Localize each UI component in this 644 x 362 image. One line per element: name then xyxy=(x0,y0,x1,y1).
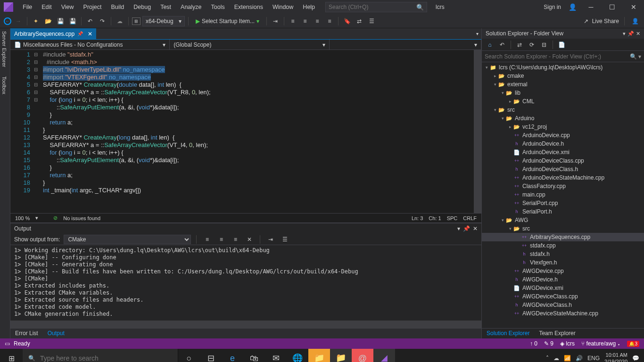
menu-test[interactable]: Test xyxy=(156,2,176,12)
output-dropdown-icon[interactable]: ▾ xyxy=(457,225,460,232)
platform-icon[interactable]: ⊞ xyxy=(132,17,140,25)
tray-cloud-icon[interactable]: ☁ xyxy=(553,355,559,362)
output-next-icon[interactable]: ≡ xyxy=(230,234,240,245)
toggle-button[interactable]: ⇄ xyxy=(354,16,364,26)
user-icon[interactable]: 👤 xyxy=(569,3,577,11)
output-goto-icon[interactable]: ≡ xyxy=(202,234,212,245)
sol-home-icon[interactable]: ⌂ xyxy=(485,40,495,50)
redo-button[interactable]: ↷ xyxy=(97,16,107,26)
menu-extensions[interactable]: Extensions xyxy=(230,2,268,12)
step-button[interactable]: ⇥ xyxy=(270,16,281,26)
tray-clock[interactable]: 10:01 AM2/19/2020 xyxy=(604,352,627,362)
tree-item[interactable]: ++ArduinoDeviceStateMachine.cpp xyxy=(482,173,644,182)
tree-item[interactable]: ▾📂src xyxy=(482,106,644,114)
output-prev-icon[interactable]: ≡ xyxy=(216,234,226,245)
save-button[interactable]: 💾 xyxy=(55,16,66,26)
store-icon[interactable]: 🛍 xyxy=(243,349,265,362)
config-dropdown[interactable]: x64-Debug▾ xyxy=(142,16,185,26)
feedback-icon[interactable]: 👤 xyxy=(630,16,640,26)
tree-item[interactable]: hstdafx.h xyxy=(482,250,644,258)
tray-volume-icon[interactable]: 🔊 xyxy=(576,355,583,362)
uncomment-button[interactable]: ≡ xyxy=(324,16,335,26)
tree-item[interactable]: hSerialPort.h xyxy=(482,207,644,216)
fold-gutter[interactable]: ⊟ ⊟ ⊟ ⊟ ⊟ ⊟ ⊟ xyxy=(34,50,41,213)
menu-window[interactable]: Window xyxy=(268,2,298,12)
signin-link[interactable]: Sign in xyxy=(540,2,565,12)
close-tab-icon[interactable]: ✕ xyxy=(88,31,92,37)
open-button[interactable]: 📂 xyxy=(43,16,53,26)
indent-out-button[interactable]: ≡ xyxy=(288,16,298,26)
mail-icon[interactable]: ✉ xyxy=(265,349,287,362)
sol-back-icon[interactable]: ↶ xyxy=(497,40,507,50)
tree-item[interactable]: 📄AWGDevice.xmi xyxy=(482,284,644,292)
sol-switch-icon[interactable]: ⇄ xyxy=(514,40,525,50)
start-button[interactable]: ⊞ xyxy=(0,349,23,362)
output-list-icon[interactable]: ☰ xyxy=(280,234,290,245)
sol-dropdown-icon[interactable]: ▾ xyxy=(623,31,626,37)
line-ending[interactable]: CRLF xyxy=(463,215,477,221)
solution-explorer-tab[interactable]: Solution Explorer xyxy=(482,329,534,338)
nav-fwd-button[interactable]: → xyxy=(13,16,24,26)
undo-button[interactable]: ↶ xyxy=(85,16,95,26)
tree-item[interactable]: ++ArbitrarySequences.cpp xyxy=(482,233,644,241)
close-button[interactable]: ✕ xyxy=(623,0,644,14)
tree-item[interactable]: hArduinoDeviceClass.h xyxy=(482,165,644,173)
tree-item[interactable]: ++ArduinoDeviceClass.cpp xyxy=(482,156,644,165)
tree-item[interactable]: ▾📂Arduino xyxy=(482,114,644,123)
sb-repo[interactable]: ◈ lcrs xyxy=(560,340,575,347)
chrome-icon[interactable]: 🌐 xyxy=(287,349,308,362)
indent-mode[interactable]: SPC xyxy=(447,215,458,221)
new-item-button[interactable]: ✦ xyxy=(31,16,41,26)
context-member[interactable]: ▾ xyxy=(330,40,481,49)
tree-item[interactable]: ++AWGDeviceStateMachine.cpp xyxy=(482,309,644,318)
save-all-button[interactable]: 💾 xyxy=(67,16,78,26)
cortana-icon[interactable]: ○ xyxy=(178,349,200,362)
edge-icon[interactable]: e xyxy=(222,349,243,362)
minimize-button[interactable]: ─ xyxy=(580,0,602,14)
sb-branch[interactable]: ⑂ feature/awg ▾ xyxy=(581,340,620,347)
quick-search[interactable]: 🔍 xyxy=(325,2,427,12)
file-tab-active[interactable]: ArbitrarySequences.cpp 📌 ✕ xyxy=(10,28,96,39)
comment-button[interactable]: ≡ xyxy=(312,16,322,26)
liveshare-icon[interactable]: ↗ xyxy=(584,18,588,25)
liveshare-button[interactable]: Live Share xyxy=(592,18,619,25)
list-button[interactable]: ☰ xyxy=(366,16,377,26)
tree-item[interactable]: ++ClassFactory.cpp xyxy=(482,182,644,190)
tree-item[interactable]: hArduinoDevice.h xyxy=(482,140,644,148)
output-close-icon[interactable]: ✕ xyxy=(473,225,478,232)
toolbox-tab[interactable]: Toolbox xyxy=(1,76,8,94)
solution-tree[interactable]: ▾📁 lcrs (C:\Users\dung.lq\Desktop\AWG\lc… xyxy=(482,62,644,328)
tree-item[interactable]: ▸📂vc12_proj xyxy=(482,123,644,131)
explorer-icon[interactable]: 📁 xyxy=(308,349,330,362)
context-project[interactable]: 📄 Miscellaneous Files - No Configuration… xyxy=(10,40,170,49)
menu-project[interactable]: Project xyxy=(79,2,107,12)
tree-item[interactable]: ++ArduinoDevice.cpp xyxy=(482,131,644,140)
menu-tools[interactable]: Tools xyxy=(206,2,230,12)
taskbar-search[interactable]: 🔍 xyxy=(23,349,178,362)
start-button[interactable]: ▶ Select Startup Item... ▾ xyxy=(192,18,263,25)
output-text[interactable]: 1> Working directory: C:\Users\dung.lq\D… xyxy=(10,245,481,321)
sb-publish[interactable]: ↑ 0 xyxy=(530,340,537,347)
tree-item[interactable]: ++stdafx.cpp xyxy=(482,241,644,250)
sol-refresh-icon[interactable]: ⟳ xyxy=(527,40,537,50)
server-explorer-tab[interactable]: Server Explorer xyxy=(1,31,8,67)
output-wrap-icon[interactable]: ⇥ xyxy=(265,234,276,245)
tree-item[interactable]: 📄ArduinoDevice.xmi xyxy=(482,148,644,156)
context-scope[interactable]: (Global Scope)▾ xyxy=(170,40,329,49)
menu-edit[interactable]: Edit xyxy=(37,2,57,12)
tree-item[interactable]: ▾📂external xyxy=(482,80,644,89)
maximize-button[interactable]: ☐ xyxy=(602,0,623,14)
app-icon[interactable]: @ xyxy=(352,349,373,362)
sol-close-icon[interactable]: ✕ xyxy=(636,31,640,37)
solution-search-input[interactable] xyxy=(485,53,630,60)
tree-item[interactable]: hVtexfgen.h xyxy=(482,258,644,267)
taskbar-search-input[interactable] xyxy=(40,354,172,362)
tray-wifi-icon[interactable]: 📶 xyxy=(564,355,571,362)
tray-notifications-icon[interactable]: 💬 xyxy=(632,355,639,362)
vs-taskbar-icon[interactable]: ◢ xyxy=(373,349,395,362)
nav-back-button[interactable]: ← xyxy=(4,17,11,25)
solution-search[interactable]: 🔍 ▾ xyxy=(482,51,644,62)
menu-file[interactable]: File xyxy=(18,2,37,12)
output-pin-icon[interactable]: 📌 xyxy=(463,225,470,232)
error-list-tab[interactable]: Error List xyxy=(10,329,43,338)
